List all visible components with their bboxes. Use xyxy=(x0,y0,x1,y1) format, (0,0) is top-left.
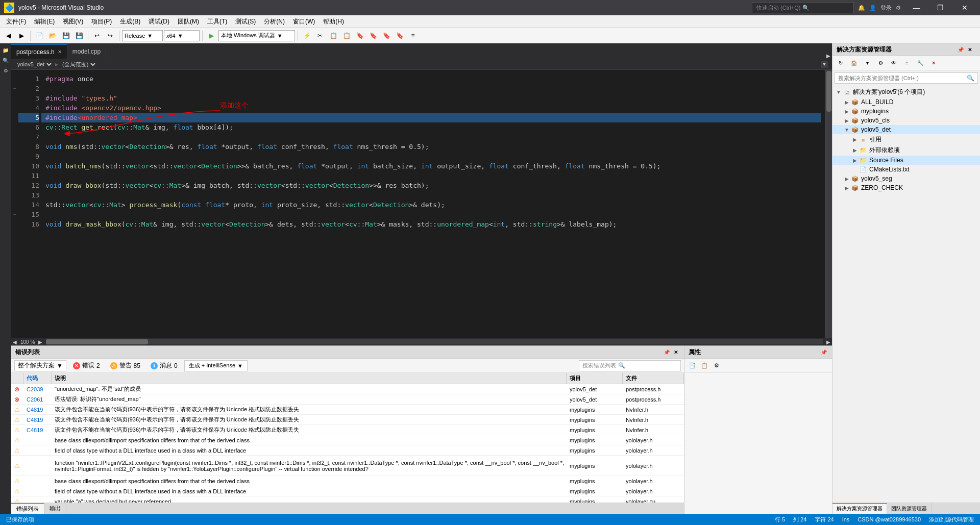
header-sev[interactable] xyxy=(11,373,23,384)
tab-postprocess-h-close[interactable]: ✕ xyxy=(58,49,62,55)
toolbar-btn-14[interactable]: ≡ xyxy=(407,30,419,42)
activity-icon-2[interactable]: 🔍 xyxy=(1,56,10,65)
header-file[interactable]: 文件 xyxy=(623,373,684,384)
se-more-btn[interactable]: ≡ xyxy=(901,57,913,69)
header-proj[interactable]: 项目 xyxy=(567,373,623,384)
status-char[interactable]: 字符 24 xyxy=(813,516,836,523)
forward-button[interactable]: ▶ xyxy=(15,30,28,42)
error-row-4[interactable]: ⚠ C4819 该文件包含不能在当前代码页(936)中表示的字符，请将该文件保存… xyxy=(11,425,684,435)
menu-view[interactable]: 视图(V) xyxy=(59,15,87,28)
platform-dropdown[interactable]: x64 ▼ xyxy=(164,30,200,41)
se-sync-btn[interactable]: ↻ xyxy=(835,57,847,69)
function-select[interactable]: (全局范围) xyxy=(60,59,97,69)
restore-button[interactable]: ❐ xyxy=(929,0,952,15)
editor-vscrollbar[interactable] xyxy=(825,70,832,338)
menu-build[interactable]: 生成(B) xyxy=(116,15,144,28)
toolbar-btn-8[interactable]: 📋 xyxy=(327,30,339,42)
zoom-plus[interactable]: ▶ xyxy=(37,338,44,345)
status-col[interactable]: 列 24 xyxy=(791,516,808,523)
nav-collapse-btn[interactable]: ▼ xyxy=(821,61,828,68)
error-row-3[interactable]: ⚠ C4819 该文件包含不能在当前代码页(936)中表示的字符，请将该文件保存… xyxy=(11,415,684,425)
props-pin-btn[interactable]: 📌 xyxy=(820,348,828,356)
se-close-btn[interactable]: ✕ xyxy=(966,45,974,54)
activity-icon-3[interactable]: ⚙ xyxy=(1,66,10,75)
tree-ref[interactable]: ▶ ■ 引用 xyxy=(832,134,980,145)
tree-myplugins[interactable]: ▶ 📦 myplugins xyxy=(832,107,980,116)
pin-btn[interactable]: 📌 xyxy=(663,348,671,356)
row3-code[interactable]: C4819 xyxy=(23,416,52,424)
config-dropdown[interactable]: Release ▼ xyxy=(122,30,163,41)
se-search-input[interactable] xyxy=(838,75,967,81)
se-settings-btn[interactable]: ⚙ xyxy=(874,57,887,69)
menu-test[interactable]: 测试(S) xyxy=(231,15,260,28)
status-saved[interactable]: 已保存的项 xyxy=(4,516,36,523)
tree-source-files[interactable]: ▶ 📁 Source Files xyxy=(832,156,980,165)
scope-select[interactable]: yolov5_det xyxy=(15,59,53,69)
tree-zero-check[interactable]: ▶ 📦 ZERO_CHECK xyxy=(832,183,980,192)
tree-solution[interactable]: ▼ 🗂 解决方案'yolov5'(6 个项目) xyxy=(832,87,980,97)
status-csdn[interactable]: CSDN @wat0289946530 xyxy=(855,516,923,522)
se-close2-btn[interactable]: ✕ xyxy=(927,57,940,69)
toolbar-btn-6[interactable]: ⚡ xyxy=(301,30,313,42)
hscrollbar[interactable] xyxy=(46,339,823,344)
close-button[interactable]: ✕ xyxy=(953,0,976,15)
props-btn-1[interactable]: 📑 xyxy=(687,360,698,371)
redo-button[interactable]: ↪ xyxy=(104,30,116,42)
tree-yolov5-cls[interactable]: ▶ 📦 yolov5_cls xyxy=(832,116,980,125)
se-tab-solution[interactable]: 解决方案资源管理器 xyxy=(832,503,887,514)
warning-count-badge[interactable]: ⚠ 警告 85 xyxy=(107,360,144,371)
hscroll-thumb[interactable] xyxy=(46,339,148,344)
tab-output[interactable]: 输出 xyxy=(44,503,66,514)
undo-button[interactable]: ↩ xyxy=(91,30,103,42)
toolbar-btn-11[interactable]: 🔖 xyxy=(367,30,379,42)
menu-file[interactable]: 文件(F) xyxy=(2,15,30,28)
tab-scroll-right[interactable]: ▶ xyxy=(825,53,832,59)
tab-model-cpp[interactable]: model.cpp xyxy=(67,44,106,59)
tree-extdeps[interactable]: ▶ 📁 外部依赖项 xyxy=(832,145,980,156)
solution-filter-dropdown[interactable]: 整个解决方案 ▼ xyxy=(14,360,66,371)
error-search-box[interactable]: 搜索错误列表 🔍 xyxy=(579,360,681,371)
open-file-button[interactable]: 📂 xyxy=(46,30,59,42)
activity-icon-1[interactable]: 📁 xyxy=(1,45,10,55)
debug-target-dropdown[interactable]: 本地 Windows 调试器 ▼ xyxy=(218,30,295,41)
row2-code[interactable]: C4819 xyxy=(23,406,52,414)
toolbar-btn-7[interactable]: ✂ xyxy=(314,30,326,42)
error-row-9[interactable]: ⚠ field of class type without a DLL inte… xyxy=(11,486,684,496)
tree-yolov5-det[interactable]: ▼ 📦 yolov5_det xyxy=(832,125,980,134)
menu-help[interactable]: 帮助(H) xyxy=(319,15,348,28)
menu-tools[interactable]: 工具(T) xyxy=(203,15,231,28)
header-desc[interactable]: 说明 xyxy=(52,373,567,384)
error-row-1[interactable]: ⊗ C2061 语法错误: 标识符"unordered_map" yolov5_… xyxy=(11,394,684,405)
zoom-minus[interactable]: ◀ xyxy=(11,338,18,345)
tree-all-build[interactable]: ▶ 📦 ALL_BUILD xyxy=(832,97,980,107)
tab-error-list[interactable]: 错误列表 xyxy=(11,503,44,514)
error-row-2[interactable]: ⚠ C4819 该文件包含不能在当前代码页(936)中表示的字符，请将该文件保存… xyxy=(11,405,684,415)
start-debug-button[interactable]: ▶ xyxy=(205,30,217,42)
se-pin-btn[interactable]: 📌 xyxy=(957,45,965,54)
row4-code[interactable]: C4819 xyxy=(23,426,52,434)
props-btn-3[interactable]: ⚙ xyxy=(711,360,722,371)
build-filter-dropdown[interactable]: 生成 + IntelliSense ▼ xyxy=(184,360,248,371)
save-button[interactable]: 💾 xyxy=(60,30,72,42)
props-btn-2[interactable]: 📋 xyxy=(699,360,710,371)
se-preview-btn[interactable]: 👁 xyxy=(888,57,900,69)
vscroll-thumb[interactable] xyxy=(826,71,831,112)
menu-window[interactable]: 窗口(W) xyxy=(289,15,319,28)
info-count-badge[interactable]: ℹ 消息 0 xyxy=(147,360,181,371)
tab-postprocess-h[interactable]: postprocess.h ✕ xyxy=(11,44,67,59)
toolbar-btn-12[interactable]: 🔖 xyxy=(380,30,393,42)
status-line[interactable]: 行 5 xyxy=(773,516,787,523)
se-tab-team[interactable]: 团队资源管理器 xyxy=(887,503,932,514)
new-file-button[interactable]: 📄 xyxy=(33,30,45,42)
se-search-box[interactable]: 🔍 xyxy=(835,72,978,84)
status-mode[interactable]: Ins xyxy=(840,516,852,522)
back-button[interactable]: ◀ xyxy=(2,30,14,42)
close-panel-btn[interactable]: ✕ xyxy=(672,348,680,356)
error-row-0[interactable]: ⊗ C2039 "unordered_map": 不是"std"的成员 yolo… xyxy=(11,384,684,394)
error-row-7[interactable]: ⚠ function "nvinfer1::IPluginV2Ext::conf… xyxy=(11,456,684,476)
toolbar-btn-9[interactable]: 📋 xyxy=(340,30,353,42)
se-wrench-btn[interactable]: 🔧 xyxy=(914,57,926,69)
error-count-badge[interactable]: ✕ 错误 2 xyxy=(69,360,104,371)
quick-launch-box[interactable]: 快速启动 (Ctrl+Q) 🔍 xyxy=(752,2,854,13)
tree-cmakelists[interactable]: ▶ 📄 CMakeLists.txt xyxy=(832,165,980,174)
